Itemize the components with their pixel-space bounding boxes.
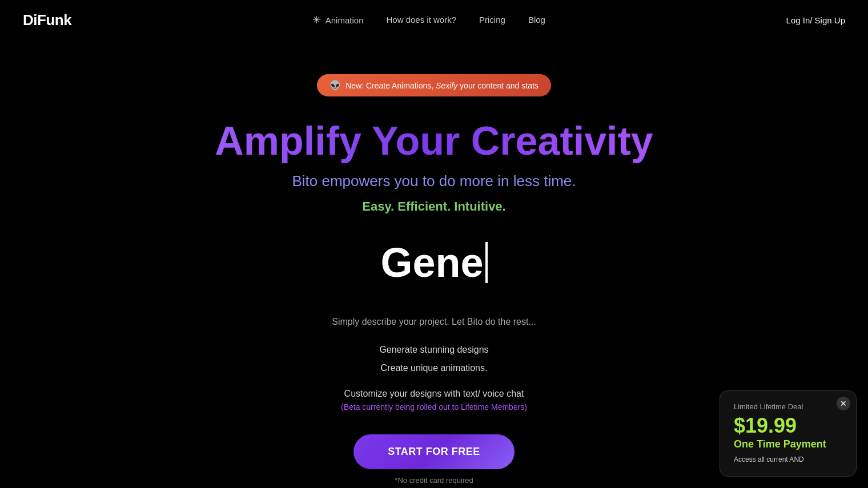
navbar: DiFunk ✳ Animation How does it work? Pri… (0, 0, 868, 40)
nav-how-it-works[interactable]: How does it work? (386, 15, 456, 25)
alien-icon: 👽 (329, 80, 341, 91)
popup-desc: Access all current AND (734, 455, 842, 465)
lifetime-deal-popup: ✕ Limited Lifetime Deal $19.99 One Time … (720, 390, 857, 477)
typing-cursor (485, 242, 488, 283)
popup-payment: One Time Payment (734, 438, 842, 450)
hero-title: Amplify Your Creativity (215, 119, 653, 163)
hero-features: Generate stunning designs Create unique … (379, 341, 488, 377)
hero-description: Simply describe your project. Let Bito d… (332, 317, 536, 327)
hero-beta: (Beta currently being rolled out to Life… (341, 402, 527, 412)
announcement-badge[interactable]: 👽 New: Create Animations, Sexify your co… (317, 74, 551, 96)
login-button[interactable]: Log In/ Sign Up (786, 15, 845, 25)
popup-label: Limited Lifetime Deal (734, 402, 842, 411)
cta-note: *No credit card required (395, 476, 473, 485)
hero-customize: Customize your designs with text/ voice … (344, 389, 524, 399)
popup-close-button[interactable]: ✕ (837, 397, 850, 410)
hero-tagline: Easy. Efficient. Intuitive. (362, 199, 505, 214)
badge-text: New: Create Animations, Sexify your cont… (345, 81, 539, 90)
nav-logo[interactable]: DiFunk (23, 11, 71, 29)
nav-animation[interactable]: ✳ Animation (312, 14, 364, 26)
popup-price: $19.99 (734, 416, 842, 436)
hero-subtitle: Bito empowers you to do more in less tim… (292, 172, 576, 190)
nav-pricing[interactable]: Pricing (479, 15, 505, 25)
nav-blog[interactable]: Blog (528, 15, 545, 25)
start-free-button[interactable]: START FOR FREE (353, 434, 515, 469)
hero-typing-word: Gene (380, 237, 487, 288)
animation-icon: ✳ (312, 14, 321, 26)
